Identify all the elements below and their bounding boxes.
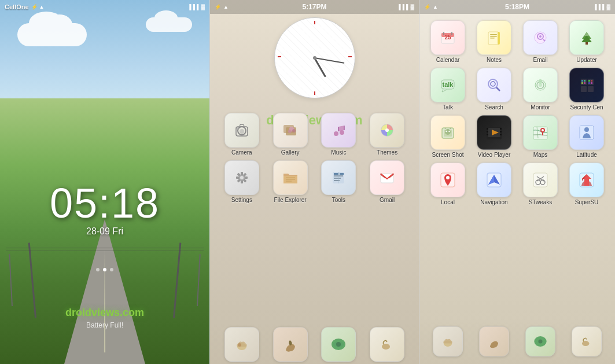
notes-label: Notes — [487, 57, 502, 63]
latitude-label: Latitude — [576, 152, 597, 158]
app-item-securitycenter[interactable]: Security Cen — [564, 68, 609, 111]
status-time-right: 5:18PM — [505, 3, 529, 11]
tools-label: Tools — [332, 197, 345, 203]
app-item-camera[interactable]: Camera — [219, 113, 265, 156]
app-item-videoplayer[interactable]: Video Player — [472, 115, 517, 158]
calendar-icon: 25 MAY — [430, 20, 465, 55]
wire-2 — [6, 251, 204, 251]
lock-screen-panel: CellOne ⚡ ▲ ▐▐▐ ▓ 05:18 28-09 Fri droidv… — [0, 0, 209, 364]
music-label: Music — [331, 149, 346, 156]
svg-point-40 — [336, 342, 341, 347]
tick-3 — [348, 56, 352, 57]
app-grid-right: 25 MAY Calendar Notes — [419, 17, 615, 208]
app-item-calendar[interactable]: 25 MAY Calendar — [425, 20, 470, 63]
app-item-stweaks[interactable]: STweaks — [518, 163, 563, 205]
app-item-monitor[interactable]: Monitor — [518, 68, 563, 111]
latitude-icon — [569, 115, 604, 150]
svg-rect-92 — [487, 134, 488, 135]
svg-rect-78 — [584, 82, 585, 84]
right-bottom-2[interactable] — [472, 320, 517, 363]
statusbar-middle: ⚡ ▲ 5:17PM ▐▐▐ ▓ — [210, 0, 419, 14]
gmail-icon — [370, 160, 404, 195]
app-grid-middle: Camera Gallery — [210, 110, 419, 206]
bottom-app-3[interactable] — [316, 327, 362, 362]
app-item-music[interactable]: Music — [316, 113, 362, 156]
status-right-middle: ▐▐▐ ▓ — [397, 4, 414, 10]
app-item-supersu[interactable]: SuperSU — [564, 163, 609, 205]
svg-rect-94 — [500, 131, 502, 133]
svg-point-14 — [385, 128, 389, 132]
right-bottom-4[interactable] — [564, 320, 609, 363]
calendar-label: Calendar — [436, 57, 460, 63]
cloud-1 — [17, 23, 87, 46]
app-item-navigation[interactable]: Navigation — [472, 163, 517, 205]
svg-rect-77 — [581, 82, 583, 84]
signal-icon: ▲ — [39, 4, 45, 10]
app-item-email[interactable]: Email — [518, 20, 563, 63]
svg-point-3 — [237, 127, 239, 130]
svg-point-104 — [446, 176, 450, 179]
tick-9 — [278, 56, 281, 57]
tools-icon — [321, 160, 356, 195]
app-item-search[interactable]: Search — [472, 68, 517, 111]
svg-rect-73 — [581, 86, 587, 92]
updater-label: Updater — [576, 57, 597, 63]
talk-icon: talk — [430, 68, 465, 102]
lock-time: 05:18 — [0, 182, 209, 224]
signal-bars: ▐▐▐ — [187, 4, 198, 10]
carrier-name: CellOne — [5, 3, 29, 10]
monitor-icon — [523, 68, 558, 102]
gallery-label: Gallery — [281, 149, 300, 156]
app-item-talk[interactable]: talk Talk — [425, 68, 470, 111]
svg-rect-90 — [487, 128, 488, 130]
right-bottom-3[interactable] — [518, 320, 563, 363]
app-item-screenshot[interactable]: Screen Shot — [425, 115, 470, 158]
app-item-local[interactable]: Local — [425, 163, 470, 205]
bottom-icon-2 — [273, 327, 308, 362]
svg-rect-91 — [487, 131, 488, 133]
app-item-themes[interactable]: Themes — [364, 113, 410, 156]
navigation-label: Navigation — [480, 199, 507, 205]
app-item-gmail[interactable]: Gmail — [364, 160, 410, 203]
themes-label: Themes — [377, 149, 397, 156]
minute-hand — [314, 57, 344, 64]
local-icon — [430, 163, 465, 197]
updater-icon — [569, 20, 604, 55]
battery-r: ▓ — [606, 4, 610, 10]
search-icon — [477, 68, 511, 102]
svg-rect-32 — [334, 173, 338, 175]
analog-clock-widget — [274, 17, 355, 98]
bottom-app-2[interactable] — [267, 327, 314, 362]
svg-rect-31 — [334, 178, 341, 179]
app-item-tools[interactable]: Tools — [316, 160, 362, 203]
dot-3 — [110, 268, 113, 271]
app-item-notes[interactable]: Notes — [472, 20, 517, 63]
videoplayer-icon — [477, 115, 511, 150]
status-left-middle: ⚡ ▲ — [215, 4, 229, 10]
svg-line-65 — [496, 87, 500, 91]
supersu-label: SuperSU — [575, 199, 599, 205]
right-bottom-1[interactable] — [425, 320, 470, 363]
clock-face — [274, 17, 355, 98]
notes-icon — [477, 20, 511, 55]
lock-clock: 05:18 28-09 Fri — [0, 182, 209, 237]
app-item-settings[interactable]: Settings — [219, 160, 265, 203]
tick-6 — [314, 91, 315, 95]
bottom-app-4[interactable] — [364, 327, 410, 362]
svg-text:talk: talk — [443, 81, 454, 88]
svg-rect-33 — [340, 173, 344, 175]
maps-label: Maps — [533, 152, 547, 158]
battery-status: Battery Full! — [0, 321, 209, 329]
app-item-latitude[interactable]: Latitude — [564, 115, 609, 158]
app-item-fileexplorer[interactable]: File Explorer — [267, 160, 314, 203]
svg-rect-81 — [588, 82, 590, 84]
svg-rect-51 — [490, 38, 495, 39]
dot-2 — [103, 268, 106, 271]
app-item-maps[interactable]: Maps — [518, 115, 563, 158]
svg-point-25 — [240, 176, 244, 179]
app-item-gallery[interactable]: Gallery — [267, 113, 314, 156]
search-label: Search — [485, 104, 503, 111]
droidviews-logo: droidviews.com — [0, 307, 209, 319]
app-item-updater[interactable]: Updater — [564, 20, 609, 63]
bottom-app-1[interactable] — [219, 327, 265, 362]
